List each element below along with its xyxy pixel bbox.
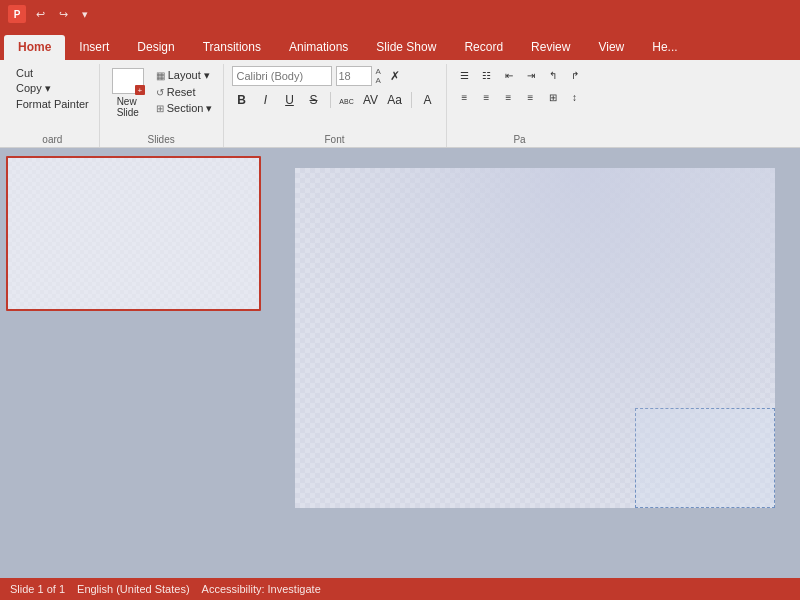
slide-info: Slide 1 of 1 [10,583,65,595]
italic-button[interactable]: I [256,90,276,110]
reset-icon: ↺ [156,87,164,98]
shadow-button[interactable]: abc [337,90,357,110]
font-size-arrows: A A [376,67,381,85]
font-row1: A A ✗ [232,66,405,86]
status-bar: Slide 1 of 1 English (United States) Acc… [0,578,800,600]
section-icon: ⊞ [156,103,164,114]
underline-button[interactable]: U [280,90,300,110]
shrink-font-button[interactable]: A [376,76,381,85]
tab-insert[interactable]: Insert [65,35,123,60]
tab-help[interactable]: He... [638,35,691,60]
tab-animations[interactable]: Animations [275,35,362,60]
canvas-area [270,148,800,600]
align-right-button[interactable]: ≡ [499,88,519,106]
customize-qat-button[interactable]: ▾ [78,6,92,23]
slide-placeholder[interactable] [635,408,775,508]
slide-canvas[interactable] [295,168,775,508]
case-button[interactable]: Aa [385,90,405,110]
slides-label: Slides [108,131,215,147]
font-label: Font [232,131,438,147]
new-slide-button[interactable]: NewSlide [108,66,148,120]
indent-inc-button[interactable]: ⇥ [521,66,541,84]
para-row2: ≡ ≡ ≡ ≡ ⊞ ↕ [455,88,585,106]
strikethrough-button[interactable]: S [304,90,324,110]
section-button[interactable]: ⊞ Section ▾ [154,101,215,116]
align-center-button[interactable]: ≡ [477,88,497,106]
para-label: Pa [455,131,585,147]
tab-transitions[interactable]: Transitions [189,35,275,60]
bullets-button[interactable]: ☰ [455,66,475,84]
font-controls: A A ✗ B I U S abc AV Aa A [232,64,438,131]
font-separator [330,92,331,108]
slide-panel [0,148,270,600]
grow-font-button[interactable]: A [376,67,381,76]
align-left-button[interactable]: ≡ [455,88,475,106]
slides-buttons: NewSlide ▦ Layout ▾ ↺ Reset ⊞ Section ▾ [108,64,215,131]
slide-thumbnail-1[interactable] [6,156,264,311]
para-row1: ☰ ☷ ⇤ ⇥ ↰ ↱ [455,66,585,84]
new-slide-label: NewSlide [117,96,139,118]
clipboard-buttons: Cut Copy ▾ Format Painter [14,64,91,131]
reset-button[interactable]: ↺ Reset [154,85,215,99]
clipboard-group: Cut Copy ▾ Format Painter oard [6,64,100,147]
redo-button[interactable]: ↪ [55,6,72,23]
undo-button[interactable]: ↩ [32,6,49,23]
ltr-button[interactable]: ↱ [565,66,585,84]
font-row2: B I U S abc AV Aa A [232,90,438,110]
cut-button[interactable]: Cut [14,66,35,80]
format-painter-button[interactable]: Format Painter [14,97,91,111]
layout-icon: ▦ [156,70,165,81]
bold-button[interactable]: B [232,90,252,110]
tab-slideshow[interactable]: Slide Show [362,35,450,60]
paragraph-group: ☰ ☷ ⇤ ⇥ ↰ ↱ ≡ ≡ ≡ ≡ ⊞ ↕ Pa [447,64,593,147]
tab-view[interactable]: View [584,35,638,60]
clear-format-button[interactable]: ✗ [385,66,405,86]
language-info: English (United States) [77,583,190,595]
rtl-button[interactable]: ↰ [543,66,563,84]
indent-dec-button[interactable]: ⇤ [499,66,519,84]
para-controls: ☰ ☷ ⇤ ⇥ ↰ ↱ ≡ ≡ ≡ ≡ ⊞ ↕ [455,64,585,131]
layout-button[interactable]: ▦ Layout ▾ [154,68,215,83]
columns-button[interactable]: ⊞ [543,88,563,106]
tab-design[interactable]: Design [123,35,188,60]
tab-record[interactable]: Record [450,35,517,60]
justify-button[interactable]: ≡ [521,88,541,106]
main-content [0,148,800,600]
slide-thumb-inner [6,156,261,311]
line-spacing-button[interactable]: ↕ [565,88,585,106]
spacing-button[interactable]: AV [361,90,381,110]
font-separator2 [411,92,412,108]
ribbon-tabs: Home Insert Design Transitions Animation… [0,28,800,60]
font-group: A A ✗ B I U S abc AV Aa A Font [224,64,447,147]
font-color-button[interactable]: A [418,90,438,110]
slides-sub-items: ▦ Layout ▾ ↺ Reset ⊞ Section ▾ [154,66,215,116]
app-icon: P [8,5,26,23]
tab-home[interactable]: Home [4,35,65,60]
accessibility-info[interactable]: Accessibility: Investigate [202,583,321,595]
numbering-button[interactable]: ☷ [477,66,497,84]
new-slide-icon [112,68,144,94]
copy-button[interactable]: Copy ▾ [14,81,53,96]
clipboard-label: oard [14,131,91,147]
font-name-input[interactable] [232,66,332,86]
title-bar: P ↩ ↪ ▾ [0,0,800,28]
slides-group: NewSlide ▦ Layout ▾ ↺ Reset ⊞ Section ▾ … [100,64,224,147]
tab-review[interactable]: Review [517,35,584,60]
font-size-input[interactable] [336,66,372,86]
ribbon-body: Cut Copy ▾ Format Painter oard NewSlide … [0,60,800,148]
